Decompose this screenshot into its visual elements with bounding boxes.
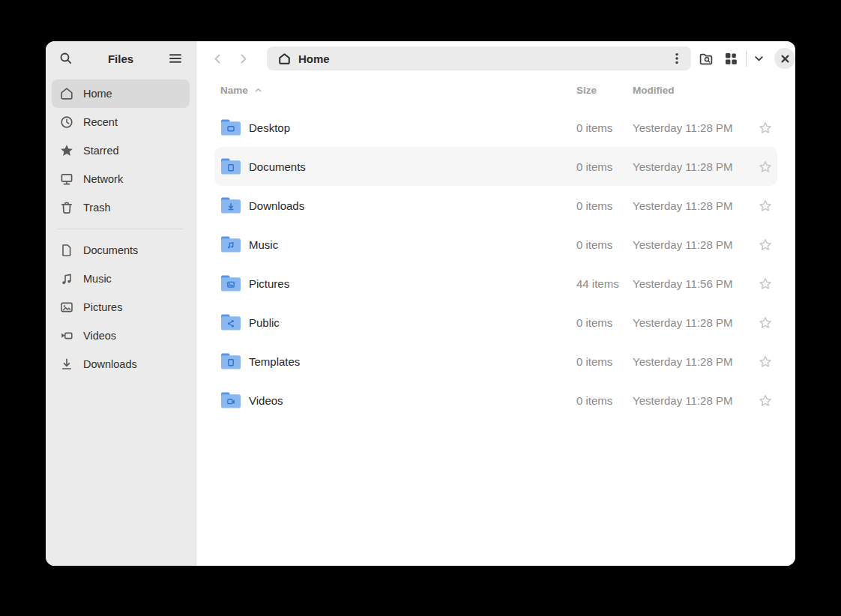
sidebar-item-trash[interactable]: Trash bbox=[52, 193, 190, 222]
grid-view-icon bbox=[723, 51, 738, 66]
star-outline-icon bbox=[759, 121, 772, 134]
kebab-menu-icon bbox=[669, 51, 684, 66]
star-outline-icon bbox=[759, 394, 772, 407]
file-row-downloads[interactable]: Downloads 0 items Yesterday 11:28 PM bbox=[214, 186, 777, 225]
file-row-documents[interactable]: Documents 0 items Yesterday 11:28 PM bbox=[214, 147, 777, 186]
main-menu-button[interactable] bbox=[163, 46, 188, 71]
sidebar-item-label: Home bbox=[83, 88, 112, 100]
header-bar: Home bbox=[196, 41, 795, 76]
folder-icon bbox=[220, 118, 241, 136]
sort-ascending-icon bbox=[253, 85, 264, 96]
star-toggle[interactable] bbox=[753, 238, 777, 251]
search-folder-icon bbox=[699, 52, 713, 66]
folder-icon bbox=[220, 391, 241, 409]
file-name: Desktop bbox=[249, 121, 290, 134]
star-toggle[interactable] bbox=[753, 316, 777, 329]
search-button[interactable] bbox=[53, 46, 79, 71]
close-icon bbox=[778, 52, 792, 66]
file-modified: Yesterday 11:28 PM bbox=[633, 199, 753, 212]
file-name: Templates bbox=[249, 355, 300, 368]
star-toggle[interactable] bbox=[753, 355, 777, 368]
main-pane: Home bbox=[196, 41, 795, 566]
search-icon bbox=[58, 51, 73, 66]
location-menu-button[interactable] bbox=[666, 48, 688, 69]
file-modified: Yesterday 11:28 PM bbox=[633, 355, 753, 368]
file-row-desktop[interactable]: Desktop 0 items Yesterday 11:28 PM bbox=[214, 108, 777, 147]
sidebar: Files Home Recent Starred Network bbox=[46, 41, 196, 566]
file-list: Desktop 0 items Yesterday 11:28 PM Docum… bbox=[196, 108, 795, 566]
sidebar-item-label: Recent bbox=[83, 116, 118, 128]
music-note-icon bbox=[59, 271, 74, 286]
back-button[interactable] bbox=[205, 46, 229, 70]
download-icon bbox=[59, 357, 74, 372]
file-row-pictures[interactable]: Pictures 44 items Yesterday 11:56 PM bbox=[214, 264, 777, 303]
file-row-videos[interactable]: Videos 0 items Yesterday 11:28 PM bbox=[214, 381, 777, 420]
column-header-size[interactable]: Size bbox=[576, 85, 633, 96]
file-modified: Yesterday 11:28 PM bbox=[633, 160, 753, 173]
file-name: Downloads bbox=[249, 199, 304, 212]
file-size: 0 items bbox=[576, 355, 633, 368]
file-size: 0 items bbox=[576, 199, 633, 212]
file-row-music[interactable]: Music 0 items Yesterday 11:28 PM bbox=[214, 225, 777, 264]
forward-chevron-icon bbox=[236, 52, 250, 66]
chevron-down-icon bbox=[752, 52, 766, 66]
back-chevron-icon bbox=[211, 52, 225, 66]
sidebar-item-label: Documents bbox=[83, 244, 138, 256]
view-options-button[interactable] bbox=[749, 46, 768, 71]
window-close-button[interactable] bbox=[774, 48, 795, 69]
sidebar-item-home[interactable]: Home bbox=[52, 79, 190, 108]
star-toggle[interactable] bbox=[753, 160, 777, 173]
file-row-public[interactable]: Public 0 items Yesterday 11:28 PM bbox=[214, 303, 777, 342]
sidebar-item-videos[interactable]: Videos bbox=[52, 321, 190, 350]
hamburger-menu-icon bbox=[168, 51, 183, 66]
star-toggle[interactable] bbox=[753, 277, 777, 290]
file-size: 0 items bbox=[576, 238, 633, 251]
video-camera-icon bbox=[59, 328, 74, 343]
sidebar-item-pictures[interactable]: Pictures bbox=[52, 293, 190, 321]
star-outline-icon bbox=[759, 316, 772, 329]
sidebar-item-recent[interactable]: Recent bbox=[52, 108, 190, 136]
sidebar-item-documents[interactable]: Documents bbox=[52, 236, 190, 265]
folder-icon bbox=[220, 352, 241, 370]
star-outline-icon bbox=[759, 277, 772, 290]
file-modified: Yesterday 11:28 PM bbox=[633, 238, 753, 251]
sidebar-item-starred[interactable]: Starred bbox=[52, 136, 190, 165]
network-icon bbox=[59, 172, 74, 187]
column-header-name[interactable]: Name bbox=[214, 85, 576, 96]
sidebar-places-bottom: Documents Music Pictures Videos Download… bbox=[46, 236, 196, 378]
star-toggle[interactable] bbox=[753, 121, 777, 134]
file-name: Documents bbox=[249, 160, 306, 173]
sidebar-places-top: Home Recent Starred Network Trash bbox=[46, 76, 196, 222]
star-outline-icon bbox=[759, 199, 772, 212]
trash-icon bbox=[59, 200, 74, 215]
search-everywhere-button[interactable] bbox=[693, 46, 718, 71]
column-header-modified[interactable]: Modified bbox=[633, 85, 753, 96]
current-location-label: Home bbox=[298, 52, 666, 65]
sidebar-item-label: Pictures bbox=[83, 301, 122, 313]
sidebar-divider bbox=[58, 229, 184, 229]
file-size: 0 items bbox=[576, 394, 633, 407]
grid-view-button[interactable] bbox=[718, 46, 744, 71]
file-row-templates[interactable]: Templates 0 items Yesterday 11:28 PM bbox=[214, 342, 777, 381]
path-bar[interactable]: Home bbox=[267, 46, 691, 70]
file-name: Public bbox=[249, 316, 280, 329]
document-icon bbox=[59, 243, 74, 258]
star-toggle[interactable] bbox=[753, 199, 777, 212]
sidebar-item-music[interactable]: Music bbox=[52, 265, 190, 293]
sidebar-item-label: Trash bbox=[83, 202, 111, 214]
list-column-headers: Name Size Modified bbox=[214, 80, 777, 100]
file-name: Pictures bbox=[249, 277, 289, 290]
column-name-label: Name bbox=[220, 85, 248, 96]
app-title: Files bbox=[108, 52, 133, 65]
file-size: 44 items bbox=[576, 277, 633, 290]
picture-icon bbox=[59, 300, 74, 315]
star-toggle[interactable] bbox=[753, 394, 777, 407]
star-outline-icon bbox=[759, 160, 772, 173]
sidebar-item-label: Videos bbox=[83, 330, 116, 342]
sidebar-header: Files bbox=[46, 41, 196, 76]
view-toggle-split-button bbox=[718, 46, 768, 71]
forward-button[interactable] bbox=[231, 46, 255, 70]
sidebar-item-network[interactable]: Network bbox=[52, 165, 190, 193]
sidebar-item-downloads[interactable]: Downloads bbox=[52, 350, 190, 378]
sidebar-item-label: Music bbox=[83, 273, 112, 285]
